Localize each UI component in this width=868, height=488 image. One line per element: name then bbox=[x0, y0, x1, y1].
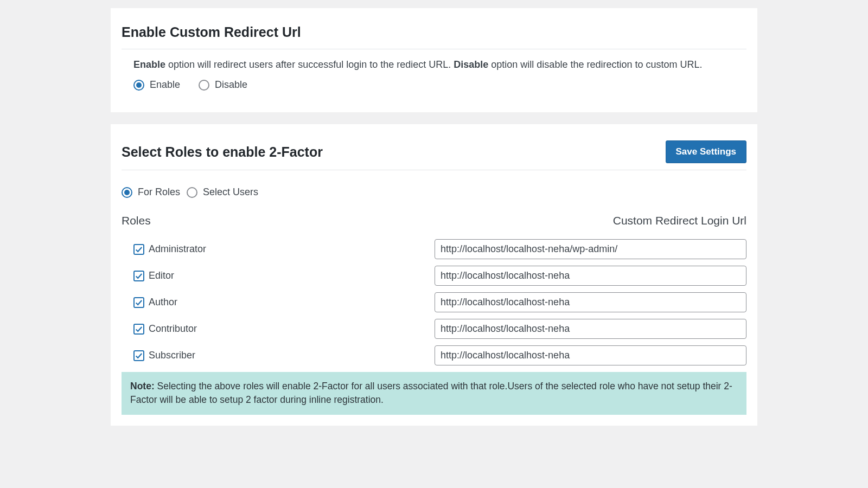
role-row: Subscriber bbox=[133, 345, 746, 365]
checkmark-icon bbox=[135, 325, 143, 333]
role-label: Contributor bbox=[149, 323, 197, 335]
redirect-toggle-group: Enable Disable bbox=[122, 79, 746, 91]
custom-redirect-description: Enable option will redirect users after … bbox=[122, 59, 746, 70]
disable-radio[interactable]: Disable bbox=[199, 79, 247, 91]
roles-2fa-title: Select Roles to enable 2-Factor bbox=[122, 144, 323, 160]
redirect-url-input[interactable] bbox=[435, 266, 746, 286]
role-label: Author bbox=[149, 297, 177, 308]
checkmark-icon bbox=[135, 299, 143, 306]
for-roles-radio[interactable]: For Roles bbox=[122, 187, 180, 198]
roles-2fa-panel: Select Roles to enable 2-Factor Save Set… bbox=[111, 124, 757, 426]
mode-toggle-group: For Roles Select Users bbox=[122, 187, 746, 198]
role-row: Administrator bbox=[133, 239, 746, 259]
checkmark-icon bbox=[135, 272, 143, 280]
checkmark-icon bbox=[135, 352, 143, 359]
desc-mid: option will redirect users after success… bbox=[165, 59, 454, 70]
redirect-url-input[interactable] bbox=[435, 292, 746, 312]
columns-header: Roles Custom Redirect Login Url bbox=[122, 214, 746, 227]
roles-column-header: Roles bbox=[122, 214, 151, 227]
role-label: Editor bbox=[149, 270, 174, 281]
desc-disable-word: Disable bbox=[454, 59, 488, 70]
role-row: Contributor bbox=[133, 319, 746, 339]
desc-end: option will disable the redirection to c… bbox=[488, 59, 702, 70]
enable-radio-label: Enable bbox=[150, 79, 180, 91]
role-rows: AdministratorEditorAuthorContributorSubs… bbox=[122, 239, 746, 365]
disable-radio-label: Disable bbox=[215, 79, 247, 91]
note-label: Note: bbox=[130, 381, 155, 391]
redirect-url-input[interactable] bbox=[435, 319, 746, 339]
role-row: Editor bbox=[133, 266, 746, 286]
role-label: Administrator bbox=[149, 243, 206, 255]
select-users-label: Select Users bbox=[203, 187, 258, 198]
radio-checked-icon bbox=[122, 187, 132, 198]
radio-checked-icon bbox=[133, 80, 144, 91]
note-text: Selecting the above roles will enable 2-… bbox=[130, 381, 732, 405]
role-label: Subscriber bbox=[149, 350, 195, 361]
redirect-url-input[interactable] bbox=[435, 345, 746, 365]
redirect-url-input[interactable] bbox=[435, 239, 746, 259]
save-settings-button[interactable]: Save Settings bbox=[666, 140, 747, 163]
checkmark-icon bbox=[135, 246, 143, 253]
role-row: Author bbox=[133, 292, 746, 312]
url-column-header: Custom Redirect Login Url bbox=[613, 214, 746, 227]
radio-unchecked-icon bbox=[187, 187, 197, 198]
custom-redirect-panel: Enable Custom Redirect Url Enable option… bbox=[111, 8, 757, 112]
radio-unchecked-icon bbox=[199, 80, 209, 91]
select-users-radio[interactable]: Select Users bbox=[187, 187, 258, 198]
for-roles-label: For Roles bbox=[138, 187, 180, 198]
enable-radio[interactable]: Enable bbox=[133, 79, 180, 91]
custom-redirect-title: Enable Custom Redirect Url bbox=[122, 24, 746, 49]
role-checkbox[interactable] bbox=[133, 244, 144, 255]
note-box: Note: Selecting the above roles will ena… bbox=[122, 372, 746, 415]
role-checkbox[interactable] bbox=[133, 297, 144, 308]
desc-enable-word: Enable bbox=[133, 59, 165, 70]
role-checkbox[interactable] bbox=[133, 350, 144, 361]
role-checkbox[interactable] bbox=[133, 324, 144, 335]
role-checkbox[interactable] bbox=[133, 271, 144, 281]
